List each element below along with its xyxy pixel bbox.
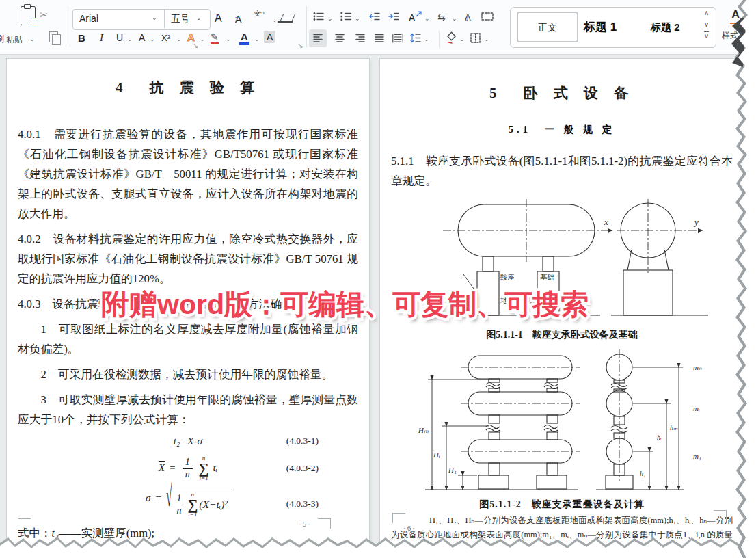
decrease-indent-icon[interactable]: [369, 12, 380, 21]
align-left-button[interactable]: [313, 34, 323, 43]
equation-3-number: (4.0.3-3): [286, 499, 319, 509]
chapter-title: 5 卧 式 设 备: [391, 83, 733, 103]
strikethrough-button[interactable]: A: [139, 32, 145, 43]
equation-1-number: (4.0.3-1): [286, 436, 319, 447]
font-name-chevron-icon[interactable]: ⌄: [152, 14, 157, 21]
list-item-2: 2 可采用在役检测数据，减去预计使用年限的腐蚀裕量。: [18, 364, 358, 384]
page-number: ·5·: [299, 520, 312, 528]
align-right-button[interactable]: [355, 34, 366, 43]
shading-chevron-icon[interactable]: ⌄: [459, 36, 465, 42]
application-window: 刷 粘贴 ⌄ ✂ ↘ Arial ⌄ 五号 ⌄ A+ A− wén文 ⌄ B I…: [0, 0, 756, 558]
svg-text:m₁: m₁: [693, 452, 701, 460]
ribbon-toolbar: 刷 粘贴 ⌄ ✂ ↘ Arial ⌄ 五号 ⌄ A+ A− wén文 ⌄ B I…: [0, 0, 756, 55]
clear-format-icon[interactable]: [280, 14, 296, 21]
font-size-chevron-icon[interactable]: ⌄: [196, 14, 202, 21]
styles-pane-icon[interactable]: A: [730, 8, 741, 24]
font-size-select[interactable]: 五号: [171, 13, 189, 25]
copy-icon[interactable]: [49, 31, 58, 42]
wrap-chevron-icon[interactable]: ⌄: [452, 15, 457, 22]
gallery-scroll-down-icon[interactable]: ∨: [704, 21, 709, 28]
paste-icon[interactable]: [21, 6, 36, 25]
margin-corner-mark: [318, 518, 331, 529]
bullet-list-icon[interactable]: [313, 12, 324, 21]
section-heading: 5.1 一 般 规 定: [391, 123, 733, 136]
chevron-down-icon[interactable]: ⌄: [29, 36, 35, 42]
paragraph-4-0-3: 4.0.3 设备抗震验算截面的有效厚度应按下列方法确定：: [18, 294, 358, 314]
font-dialog-launcher[interactable]: ↘: [298, 42, 303, 49]
paragraph-4-0-2: 4.0.2 设备材料抗震鉴定的许用应力值，除空冷式热交换器外，应取现行国家标准《…: [18, 229, 358, 289]
format-painter-partial-label[interactable]: 刷: [0, 33, 4, 45]
bold-button[interactable]: B: [78, 32, 85, 44]
equation-2: X = 1n n∑i=1 tᵢ (4.0.3-2): [18, 455, 358, 481]
figure-caption: 图5.1.1-2 鞍座支承重叠设备及计算: [391, 499, 733, 511]
gallery-scroll-up-icon[interactable]: ∧: [704, 9, 709, 16]
equation-3: σ = √1n n∑i=1 (X̄−tᵢ)² (4.0.3-3): [18, 490, 358, 518]
svg-text:H₁: H₁: [448, 466, 457, 474]
underline-button[interactable]: U: [116, 32, 123, 43]
numbered-list-chevron-icon[interactable]: ⌄: [355, 15, 360, 22]
highlight-chevron-icon[interactable]: ⌄: [226, 36, 231, 42]
margin-corner-mark: [18, 518, 31, 529]
text-effects-chevron-icon[interactable]: ⌄: [200, 36, 205, 42]
increase-indent-icon[interactable]: [388, 12, 399, 21]
definition-row: X—— 实测壁厚的均值(mm);: [18, 544, 358, 558]
strikethrough-chevron-icon[interactable]: ⌄: [150, 36, 155, 42]
svg-text:hₘ: hₘ: [670, 424, 678, 431]
style-heading1-chip[interactable]: 标题 1: [584, 19, 617, 35]
chapter-title: 4 抗 震 验 算: [18, 78, 358, 97]
svg-text:基础: 基础: [540, 274, 554, 281]
figure-saddle-horizontal-vessel: x 鞍座 基础 地面或构架平台 y: [429, 196, 730, 328]
document-page-left[interactable]: 4 抗 震 验 算 4.0.1 需要进行抗震验算的设备，其地震作用可按现行国家标…: [7, 59, 369, 558]
italic-button[interactable]: I: [100, 32, 103, 44]
svg-text:hᵢ: hᵢ: [657, 434, 662, 441]
svg-text:x: x: [604, 217, 608, 227]
superscript-chevron-icon[interactable]: ⌄: [176, 36, 182, 42]
text-direction-icon[interactable]: A: [409, 12, 415, 23]
styles-pane-label[interactable]: 样式: [722, 30, 738, 42]
superscript-button[interactable]: X²: [161, 33, 170, 43]
underline-chevron-icon[interactable]: ⌄: [127, 36, 133, 42]
style-heading2-chip[interactable]: 标题 2: [651, 21, 680, 34]
bullet-list-chevron-icon[interactable]: ⌄: [327, 15, 333, 22]
paste-button[interactable]: 粘贴: [6, 34, 23, 46]
distribute-button[interactable]: [392, 34, 403, 43]
page-number: ·6·: [403, 524, 416, 532]
gallery-more-icon[interactable]: ∨: [704, 31, 709, 40]
line-spacing-chevron-icon[interactable]: ⌄: [424, 36, 429, 42]
figure-caption: 图5.1.1-1 鞍座支承卧式设备及基础: [391, 329, 733, 341]
wrap-options-icon[interactable]: ⇆: [437, 12, 446, 23]
justify-button[interactable]: [375, 34, 385, 43]
clipboard-dialog-launcher[interactable]: ↘: [193, 42, 199, 49]
tab-frame-icon[interactable]: [481, 12, 494, 21]
line-spacing-icon[interactable]: [410, 33, 421, 43]
numbered-list-icon[interactable]: [340, 12, 351, 21]
paragraph-4-0-1: 4.0.1 需要进行抗震验算的设备，其地震作用可按现行国家标准《石油化工钢制设备…: [18, 124, 358, 224]
margin-corner-mark: [714, 510, 727, 520]
phonetic-chevron-icon[interactable]: ⌄: [272, 16, 278, 23]
margin-corner-mark: [392, 513, 405, 523]
document-page-right[interactable]: 5 卧 式 设 备 5.1 一 般 规 定 5.1.1 鞍座支承卧式设备(图5.…: [380, 59, 744, 558]
list-item-1: 1 可取图纸上标注的名义厚度减去厚度附加量(腐蚀裕量加钢材负偏差)。: [18, 319, 358, 359]
align-center-button[interactable]: [335, 34, 345, 43]
svg-text:Hₘ: Hₘ: [418, 426, 429, 434]
cut-icon[interactable]: ✂: [40, 9, 49, 21]
char-shading-icon[interactable]: A: [264, 31, 275, 43]
highlight-icon[interactable]: ✎: [211, 31, 219, 44]
svg-text:mᵢ: mᵢ: [693, 404, 700, 412]
list-item-3: 3 可取实测壁厚减去预计使用年限的腐蚀裕量，壁厚测量点数应大于10个，并按下列公…: [18, 390, 358, 429]
svg-text:鞍座: 鞍座: [500, 274, 515, 281]
text-effects-icon[interactable]: A: [187, 31, 195, 43]
figure-note: H₁、H₂、Hₙ—分别为设备支座底板距地面或构架表面高度(mm);h₁、hᵢ、h…: [391, 514, 733, 557]
style-normal-chip[interactable]: 正文: [517, 12, 578, 42]
svg-text:y: y: [693, 217, 699, 227]
figure-stacked-vessels: Hₘ Hᵢ H₁ h₁: [401, 344, 722, 497]
font-name-select[interactable]: Arial: [79, 13, 98, 24]
paragraph-5-1-1: 5.1.1 鞍座支承卧式设备(图5.1.1-1和图5.1.1-2)的抗震鉴定应符…: [391, 151, 733, 191]
text-direction-chevron-icon[interactable]: ⌄: [424, 15, 430, 22]
font-color-chevron-icon[interactable]: ⌄: [254, 36, 260, 42]
font-color-icon[interactable]: A: [239, 31, 249, 45]
shading-icon[interactable]: [446, 32, 457, 43]
borders-icon[interactable]: [470, 33, 481, 43]
document-area: 4 抗 震 验 算 4.0.1 需要进行抗震验算的设备，其地震作用可按现行国家标…: [0, 55, 756, 558]
borders-chevron-icon[interactable]: ⌄: [484, 36, 489, 42]
